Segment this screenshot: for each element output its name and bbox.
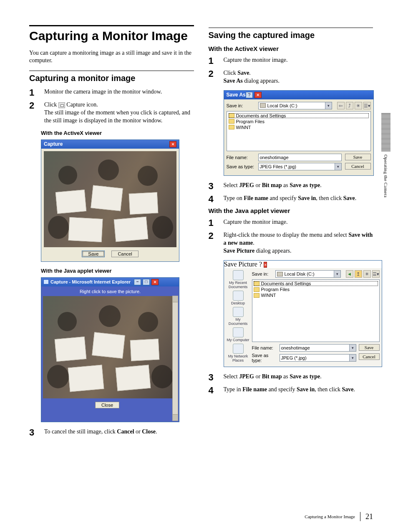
close-button[interactable]: Close: [95, 402, 119, 408]
jv-step-2: Right-click the mouse to display the men…: [209, 231, 373, 255]
maximize-icon[interactable]: □: [143, 279, 150, 285]
footer-divider: [360, 512, 360, 521]
views-icon[interactable]: ☰▾: [372, 270, 380, 278]
save-button[interactable]: Save: [345, 154, 371, 160]
up-icon[interactable]: ↥: [355, 270, 362, 278]
new-folder-icon[interactable]: ✳: [355, 102, 362, 109]
folder-item: Documents and Settings: [229, 113, 369, 118]
jv-step-4: Type in File name and specify Save in, t…: [209, 386, 373, 394]
savein-label: Save in:: [227, 103, 256, 108]
savein-combo[interactable]: Local Disk (C:) ▾: [275, 270, 341, 278]
savein-value: Local Disk (C:): [267, 103, 297, 108]
saveas-body: Save in: Local Disk (C:) ▾ ⇦ ⤴ ✳ ☰▾: [224, 99, 373, 175]
place-recent[interactable]: My Recent Documents: [226, 270, 250, 289]
footer: Capturing a Monitor Image 21: [305, 512, 373, 521]
savein-combo[interactable]: Local Disk (C:) ▾: [258, 102, 332, 109]
close-icon[interactable]: ×: [254, 92, 262, 98]
help-icon[interactable]: ?: [246, 92, 253, 98]
recent-icon: [233, 270, 244, 280]
chevron-down-icon[interactable]: ▾: [325, 102, 332, 109]
minimize-icon[interactable]: –: [134, 279, 141, 285]
footer-title: Capturing a Monitor Image: [305, 514, 355, 519]
chevron-down-icon[interactable]: ▾: [349, 355, 356, 361]
saveas-toolbar: ⇦ ⤴ ✳ ☰▾: [337, 102, 371, 109]
saveas-filelist[interactable]: Documents and Settings Program Files WIN…: [227, 111, 371, 151]
folder-icon: [254, 293, 259, 298]
filename-input[interactable]: oneshotimage: [258, 154, 342, 161]
place-desktop[interactable]: Desktop: [226, 291, 250, 305]
type-label: Save as type:: [227, 164, 256, 169]
type-combo[interactable]: JPEG Files (*.jpg)▾: [258, 163, 342, 170]
cancel-button[interactable]: Cancel: [345, 163, 371, 170]
savepic-filelist[interactable]: Documents and Settings Program Files WIN…: [252, 279, 380, 342]
steps-capturing: Monitor the camera image in the monitor …: [29, 88, 194, 125]
figure-save-as: Save As ? × Save in: Local Disk (C:) ▾: [224, 90, 374, 176]
computer-icon: [233, 327, 244, 337]
saveas-titlebar: Save As ? ×: [224, 91, 373, 99]
save-button[interactable]: Save: [359, 344, 380, 351]
savepic-title: Save Picture: [224, 261, 257, 268]
chevron-down-icon[interactable]: ▾: [334, 271, 340, 277]
steps-save-ax-cont: Select JPEG or Bit map as Save as type. …: [209, 182, 373, 203]
capture-icon: [58, 102, 65, 108]
folder-icon: [229, 125, 234, 129]
page-number: 21: [365, 512, 373, 521]
new-folder-icon[interactable]: ✳: [363, 270, 371, 278]
figure-save-picture: Save Picture ? × My Recent Documents Des…: [224, 260, 382, 367]
folder-item: Program Files: [229, 119, 369, 124]
place-network[interactable]: My Network Places: [226, 344, 250, 362]
help-icon[interactable]: ?: [259, 261, 262, 268]
java-client: Right click to save the picture.: [41, 286, 179, 422]
tab-label: Operating the Camera: [383, 155, 388, 198]
step-3: To cancel the still image, click Cancel …: [29, 428, 194, 436]
place-mycomp[interactable]: My Computer: [226, 327, 250, 342]
java-hint: Right click to save the picture.: [43, 286, 177, 296]
chevron-down-icon[interactable]: ▾: [335, 163, 341, 170]
ax-step-4: Type on File name and specify Save in, t…: [209, 195, 373, 203]
folder-item: Program Files: [254, 287, 378, 292]
capture-body: Save Cancel: [41, 149, 179, 261]
documents-icon: [233, 307, 244, 317]
place-mydocs[interactable]: My Documents: [226, 307, 250, 326]
rule-above-h2: [29, 71, 194, 71]
savepic-titlebar: Save Picture ? ×: [224, 261, 382, 268]
steps-capturing-cont: To cancel the still image, click Cancel …: [29, 428, 194, 436]
close-icon[interactable]: ×: [264, 262, 267, 268]
figure-capture-activex: Capture ×: [41, 139, 179, 262]
ie-icon: [43, 279, 49, 284]
type-combo[interactable]: JPEG (*.jpg)▾: [280, 354, 356, 362]
close-icon[interactable]: ×: [151, 279, 159, 285]
cancel-button[interactable]: Cancel: [359, 353, 380, 360]
save-button[interactable]: Save: [82, 251, 105, 257]
places-bar: My Recent Documents Desktop My Documents…: [226, 270, 250, 364]
views-icon[interactable]: ☰▾: [363, 102, 371, 109]
cancel-button[interactable]: Cancel: [111, 251, 138, 257]
subhead-java: With the Java applet viewer: [41, 268, 194, 274]
rule-above-h1: [29, 25, 194, 26]
folder-icon: [254, 281, 259, 286]
side-tab: Operating the Camera: [381, 113, 390, 198]
back-icon[interactable]: ◄: [346, 270, 353, 278]
disk-icon: [260, 103, 266, 108]
savepic-body: My Recent Documents Desktop My Documents…: [224, 268, 382, 367]
back-icon[interactable]: ⇦: [337, 102, 345, 109]
jv-step-1: Capture the monitor image.: [209, 218, 373, 226]
subhead-java-save: With the Java applet viewer: [209, 207, 373, 214]
folder-item: WINNT: [229, 125, 369, 130]
type-label: Save as type:: [252, 353, 277, 363]
intro: You can capture a monitoring image as a …: [29, 49, 194, 65]
steps-save-java-cont: Select JPEG or Bit map as Save as type. …: [209, 373, 373, 394]
desktop-icon: [233, 291, 244, 301]
page-title: Capturing a Monitor Image: [29, 29, 194, 43]
rule-above-h2-right: [209, 28, 373, 28]
filename-input[interactable]: oneshotimage▾: [280, 344, 356, 352]
scrollbar[interactable]: [172, 296, 178, 421]
savein-label: Save in:: [252, 271, 273, 276]
up-icon[interactable]: ⤴: [346, 102, 353, 109]
chevron-down-icon[interactable]: ▾: [349, 345, 356, 351]
capture-titlebar: Capture ×: [41, 140, 179, 149]
close-icon[interactable]: ×: [169, 141, 176, 147]
tab-hatch: [381, 113, 390, 151]
filename-label: File name:: [252, 345, 277, 350]
ax-step-2: Click Save. Save As dialog appears.: [209, 69, 373, 85]
